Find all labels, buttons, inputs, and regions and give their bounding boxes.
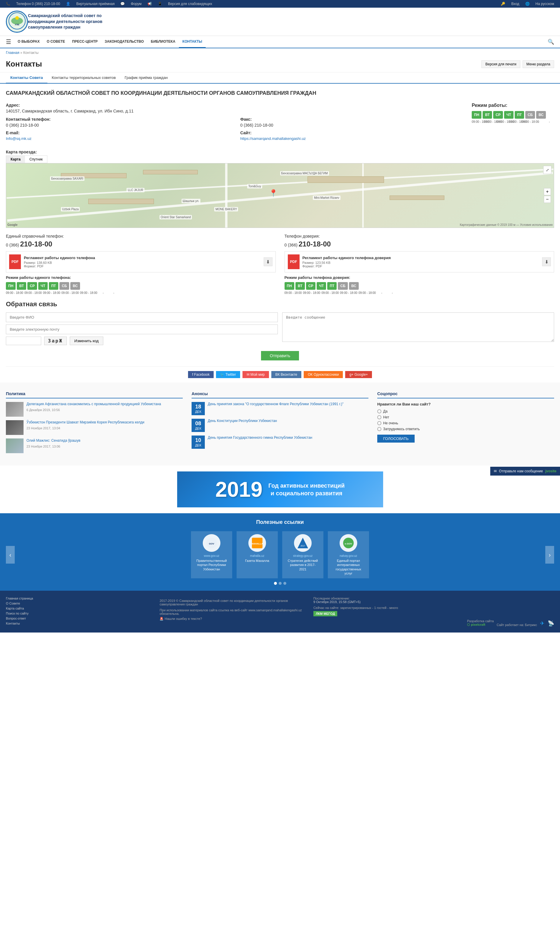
trust-download-button[interactable]: ⬇ (542, 257, 551, 266)
link-name-nalvay: Единый портал интерактивных государствен… (332, 559, 365, 575)
carousel-prev-button[interactable]: ‹ (6, 546, 15, 564)
tab-reception-schedule[interactable]: График приёма граждан (120, 72, 172, 83)
tab-territorial-contacts[interactable]: Контакты территориальных советов (48, 72, 120, 83)
announce-text-1[interactable]: День принятия закона "О государственном … (208, 402, 343, 406)
email-input[interactable] (6, 324, 278, 334)
announce-text-2[interactable]: День Конституции Республики Узбекистан (208, 419, 277, 423)
link-card-nalvay[interactable]: e-GOV nalvay.gov.uz Единый портал интера… (328, 531, 369, 578)
links-carousel: ‹ GOV www.gov.uz Правительственный порта… (6, 531, 554, 578)
carousel-dots (6, 582, 554, 585)
nav-item-contacts[interactable]: КОНТАКТЫ (179, 36, 206, 48)
main-content: САМАРКАНДСКИЙ ОБЛАСТНОЙ СОВЕТ ПО КООРДИН… (0, 89, 560, 382)
hotline-file-name: Регламент работы единого телефона (24, 256, 264, 260)
trust-hour-sat: - (377, 291, 386, 294)
facebook-button[interactable]: f Facebook (188, 371, 214, 378)
news-link-3[interactable]: Олий Мажлис: Сенатида ўрашув (26, 438, 80, 443)
footer-telegram-icon[interactable]: ✈ (540, 620, 545, 626)
trust-hour-mon: 09:00 - 18:00 (285, 291, 302, 294)
footer-link-search[interactable]: Поиск по сайту (6, 612, 154, 615)
announce-item-2: 08 ДЕК День Конституции Республики Узбек… (192, 419, 368, 432)
day-sun: ВС (536, 111, 546, 119)
survey-option-hard[interactable]: Затрудняюсь ответить (377, 427, 554, 431)
footer-link-sitemap[interactable]: Карта сайта (6, 607, 154, 610)
forum-link[interactable]: Форум (131, 2, 141, 6)
useful-links-section: Полезные ссылки ‹ GOV www.gov.uz Правите… (0, 513, 560, 591)
map-zoom-out[interactable]: − (544, 196, 551, 203)
change-captcha-button[interactable]: Изменить код (70, 336, 103, 345)
section-menu-button[interactable]: Меню раздела (523, 60, 554, 68)
nav-item-press[interactable]: ПРЕСС-ЦЕНТР (69, 36, 101, 48)
footer-rss-icon[interactable]: 📡 (548, 620, 554, 626)
email-link[interactable]: Info@sq.mk.uz (6, 136, 31, 141)
useful-links-title: Полезные ссылки (6, 519, 554, 525)
accessibility-link[interactable]: Версия для слабовидящих (168, 2, 212, 6)
message-textarea[interactable] (282, 313, 554, 342)
trust-file-name: Регламент работы единого телефона довери… (303, 256, 542, 260)
link-card-strategy[interactable]: 2017 strategy.gov.uz Стратегия действий … (282, 531, 323, 578)
tab-council-contacts[interactable]: Контакты Совета (6, 72, 48, 84)
print-button[interactable]: Версия для печати (482, 60, 520, 68)
site-link[interactable]: https://samarqand.mahallakengashi.uz (240, 136, 306, 141)
moi-mir-button[interactable]: ✉ Мой мир (243, 371, 269, 378)
vote-button[interactable]: ГОЛОСОВАТЬ (377, 435, 415, 442)
nav-item-vyborakh[interactable]: О ВЫБОРАХ (14, 36, 43, 48)
breadcrumb-home[interactable]: Главная (6, 51, 19, 55)
survey-option-not-much[interactable]: Не очень (377, 421, 554, 425)
carousel-dot-1[interactable] (274, 582, 277, 585)
trust-hour-thu: 09:00 - 18:00 (340, 291, 357, 294)
odnoklassniki-button[interactable]: ОК Одноклассники (304, 371, 343, 378)
survey-option-yes[interactable]: Да (377, 409, 554, 413)
name-input[interactable] (6, 313, 278, 322)
link-card-gov[interactable]: GOV www.gov.uz Правительственный портал … (191, 531, 232, 578)
carousel-next-button[interactable]: › (545, 546, 554, 564)
hamburger-menu[interactable]: ☰ (6, 38, 11, 45)
nav-item-sovete[interactable]: О СОВЕТЕ (43, 36, 69, 48)
link-card-mahalla[interactable]: MAHALLA mahalla.uz Газета Махалла (237, 531, 278, 578)
map-section: Карта проезда: Карта Спутник Бензозаправ… (6, 150, 554, 228)
login-link[interactable]: Вход (511, 2, 519, 6)
search-icon[interactable]: 🔍 (548, 39, 554, 45)
nav-item-library[interactable]: БИБЛИОТЕКА (148, 36, 179, 48)
announce-text-3[interactable]: День принятия Государственного гимна Рес… (208, 436, 312, 439)
google-plus-button[interactable]: g+ Google+ (345, 371, 372, 378)
hotline-download-button[interactable]: ⬇ (264, 257, 272, 266)
banner-inner: 2019 Год активных инвестицийи социальног… (177, 472, 383, 507)
captcha-input[interactable] (6, 336, 41, 345)
map-tab-map[interactable]: Карта (6, 156, 25, 163)
footer-link-home[interactable]: Главная страница (6, 597, 154, 600)
carousel-dot-2[interactable] (278, 582, 282, 585)
vkontakte-button[interactable]: ВК Вконтакте (271, 371, 302, 378)
survey-title: Соцопрос (377, 392, 554, 398)
footer-link-qa[interactable]: Вопрос-ответ (6, 617, 154, 620)
radio-not-much (377, 421, 382, 425)
site-logo[interactable]: УЗБ (6, 11, 28, 33)
hotline-hour-sat: - (98, 291, 108, 294)
twitter-button[interactable]: 🐦 Twitter (216, 371, 240, 378)
footer-link-about[interactable]: О Совете (6, 601, 154, 605)
hours-row: 09:00 - 18:00 09:00 - 18:00 09:00 - 18:0… (472, 120, 554, 123)
login-icon: 🔑 (501, 2, 505, 6)
topbar-phone[interactable]: Телефон 0 (366) 210-18-00 (16, 2, 60, 6)
submit-button[interactable]: Отправить (261, 351, 299, 361)
carousel-dot-3[interactable] (283, 582, 286, 585)
banner-2019: 2019 Год активных инвестицийи социальног… (0, 472, 560, 507)
footer-link-contacts[interactable]: Контакты (6, 621, 154, 625)
survey-option-no-label: Нет (383, 415, 389, 419)
news-link-1[interactable]: Делегация Афганистана ознакомились с про… (26, 402, 161, 407)
contact-tabs: Контакты Совета Контакты территориальных… (0, 72, 560, 84)
map-container[interactable]: Бензозаправка SAXARI Бензозаправка МАСЪУ… (6, 163, 554, 228)
news-item-1: Делегация Афганистана ознакомились с про… (6, 402, 183, 417)
virtual-office-link[interactable]: Виртуальная приёмная (76, 2, 114, 6)
announcements-col: Анонсы 18 ДЕК День принятия закона "О го… (192, 392, 368, 457)
top-bar: 📞 Телефон 0 (366) 210-18-00 👤 Виртуальна… (0, 0, 560, 8)
dev-company[interactable]: ⬡ pixelcraft (467, 623, 485, 626)
bug-report-link[interactable]: 🚨 Нашли ошибку в тексте? (160, 617, 307, 621)
map-zoom-in[interactable]: + (544, 188, 551, 195)
map-tab-satellite[interactable]: Спутник (25, 156, 47, 163)
news-link-2[interactable]: Ўзбекистон Президенти Шавкат Мирзиёев Ко… (26, 420, 144, 425)
language-switcher[interactable]: На русском (535, 2, 554, 6)
nav-item-law[interactable]: ЗАКОНОДАТЕЛЬСТВО (101, 36, 148, 48)
jivo-chat-widget[interactable]: ✉ Отправьте нам сообщение jvosite (490, 467, 560, 476)
map-expand-button[interactable]: ⤢ (543, 166, 551, 174)
survey-option-no[interactable]: Нет (377, 415, 554, 419)
